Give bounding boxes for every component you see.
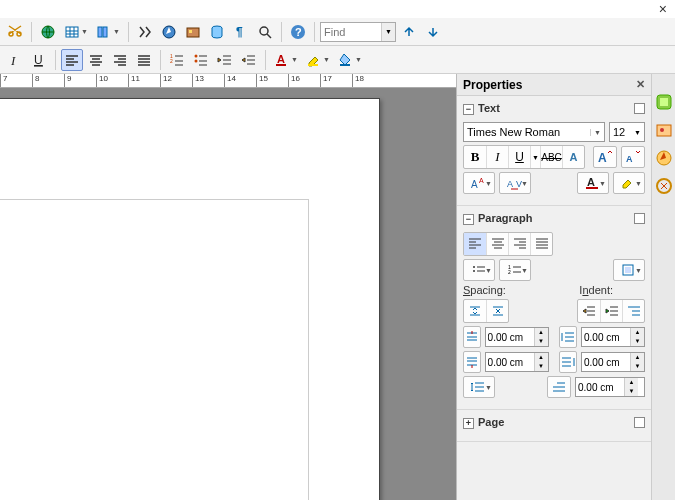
zoom-button[interactable] (254, 21, 276, 43)
left-indent-icon[interactable] (559, 326, 577, 348)
find-next-button[interactable] (422, 21, 444, 43)
close-panel-icon[interactable]: ✕ (636, 78, 645, 91)
firstline-indent-field[interactable]: ▲▼ (575, 377, 645, 397)
spin-down[interactable]: ▼ (625, 387, 638, 396)
background-color-button[interactable]: ▼ (335, 49, 365, 71)
grow-font-button[interactable]: A (593, 146, 617, 168)
rail-gallery-icon[interactable] (654, 120, 674, 140)
spin-up[interactable]: ▲ (625, 378, 638, 387)
font-name-combo[interactable]: Times New Roman ▼ (463, 122, 605, 142)
above-spacing-input[interactable] (486, 332, 534, 343)
increase-indent-panel[interactable] (600, 300, 622, 322)
right-indent-input[interactable] (582, 357, 630, 368)
spin-down[interactable]: ▼ (535, 337, 548, 346)
spin-up[interactable]: ▲ (535, 353, 548, 362)
rail-functions-icon[interactable] (654, 176, 674, 196)
line-spacing-button[interactable]: ▼ (463, 376, 495, 398)
datasources-button[interactable] (206, 21, 228, 43)
decrease-indent-button[interactable] (238, 49, 260, 71)
highlight-color-button[interactable]: ▼ (303, 49, 333, 71)
close-icon[interactable]: × (659, 1, 667, 17)
svg-rect-36 (625, 267, 631, 273)
align-left-button[interactable] (61, 49, 83, 71)
spin-up[interactable]: ▲ (535, 328, 548, 337)
background-panel-button[interactable]: ▼ (613, 259, 645, 281)
strikethrough-button[interactable]: ABC (540, 146, 562, 168)
find-prev-button[interactable] (398, 21, 420, 43)
bold-button[interactable]: B (464, 146, 486, 168)
spin-down[interactable]: ▼ (535, 362, 548, 371)
spin-up[interactable]: ▲ (631, 328, 644, 337)
page-more-icon[interactable] (634, 417, 645, 428)
font-color-panel-button[interactable]: A▼ (577, 172, 609, 194)
numbered-list-button[interactable]: 12 (166, 49, 188, 71)
para-align-left[interactable] (464, 233, 486, 255)
page-expand-icon[interactable]: + (463, 418, 474, 429)
decrease-indent-panel[interactable] (578, 300, 600, 322)
horizontal-ruler[interactable]: 789101112131415161718 (0, 74, 456, 88)
paragraph-collapse-icon[interactable]: − (463, 214, 474, 225)
para-align-center[interactable] (486, 233, 508, 255)
para-align-justify[interactable] (530, 233, 552, 255)
align-center-button[interactable] (85, 49, 107, 71)
globe-icon[interactable] (37, 21, 59, 43)
text-collapse-icon[interactable]: − (463, 104, 474, 115)
underline-dropdown[interactable]: ▼ (530, 146, 540, 168)
firstline-indent-icon[interactable] (547, 376, 571, 398)
shrink-font-button[interactable]: A (621, 146, 645, 168)
underline-button-panel[interactable]: U (508, 146, 530, 168)
italic-button[interactable]: I (4, 49, 26, 71)
svg-text:2: 2 (170, 58, 173, 64)
align-right-button[interactable] (109, 49, 131, 71)
hanging-indent-button[interactable] (622, 300, 644, 322)
bullet-list-button[interactable] (190, 49, 212, 71)
indent-label: Indent: (579, 284, 613, 296)
font-size-combo[interactable]: 12 ▼ (609, 122, 645, 142)
increase-indent-button[interactable] (214, 49, 236, 71)
text-more-icon[interactable] (634, 103, 645, 114)
left-indent-field[interactable]: ▲▼ (581, 327, 645, 347)
text-section: −Text Times New Roman ▼ 12 ▼ B I U ▼ (457, 96, 651, 206)
highlight-panel-button[interactable]: ▼ (613, 172, 645, 194)
rail-navigator-icon[interactable] (654, 148, 674, 168)
left-indent-input[interactable] (582, 332, 630, 343)
document-canvas[interactable] (0, 88, 456, 500)
char-spacing-button[interactable]: AV▼ (499, 172, 531, 194)
find-input[interactable] (321, 23, 381, 41)
spin-down[interactable]: ▼ (631, 337, 644, 346)
superscript-button[interactable]: AA▼ (463, 172, 495, 194)
increase-spacing-button[interactable] (464, 300, 486, 322)
columns-button[interactable]: ▼ (93, 21, 123, 43)
below-spacing-icon[interactable] (463, 351, 481, 373)
shadow-button[interactable]: A (562, 146, 584, 168)
font-color-button[interactable]: A▼ (271, 49, 301, 71)
decrease-spacing-button[interactable] (486, 300, 508, 322)
gallery-button[interactable] (182, 21, 204, 43)
number-list-panel-button[interactable]: 12▼ (499, 259, 531, 281)
cut-button[interactable] (4, 21, 26, 43)
below-spacing-input[interactable] (486, 357, 534, 368)
spin-up[interactable]: ▲ (631, 353, 644, 362)
italic-button-panel[interactable]: I (486, 146, 508, 168)
underline-button[interactable]: U (28, 49, 50, 71)
find-replace-button[interactable] (134, 21, 156, 43)
paragraph-more-icon[interactable] (634, 213, 645, 224)
align-justify-button[interactable] (133, 49, 155, 71)
help-button[interactable]: ? (287, 21, 309, 43)
navigator-button[interactable] (158, 21, 180, 43)
bullet-list-panel-button[interactable]: ▼ (463, 259, 495, 281)
para-align-right[interactable] (508, 233, 530, 255)
svg-text:A: A (277, 53, 285, 65)
right-indent-field[interactable]: ▲▼ (581, 352, 645, 372)
page[interactable] (0, 98, 380, 500)
spin-down[interactable]: ▼ (631, 362, 644, 371)
above-spacing-field[interactable]: ▲▼ (485, 327, 549, 347)
rail-properties-icon[interactable] (654, 92, 674, 112)
find-dropdown[interactable]: ▼ (381, 23, 395, 41)
above-spacing-icon[interactable] (463, 326, 481, 348)
right-indent-icon[interactable] (559, 351, 577, 373)
firstline-indent-input[interactable] (576, 382, 624, 393)
table-button[interactable]: ▼ (61, 21, 91, 43)
nonprinting-chars-button[interactable]: ¶ (230, 21, 252, 43)
below-spacing-field[interactable]: ▲▼ (485, 352, 549, 372)
